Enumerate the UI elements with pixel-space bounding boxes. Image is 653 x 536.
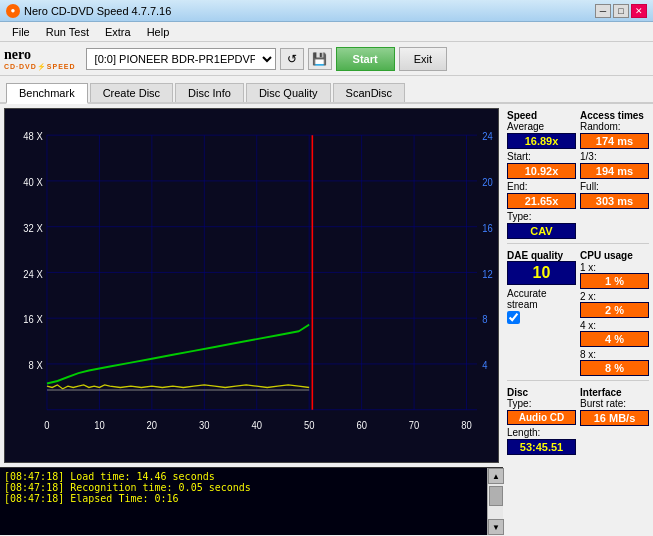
access-title: Access times bbox=[580, 110, 649, 121]
access-random-label: Random: bbox=[580, 121, 649, 132]
disc-type-label: Type: bbox=[507, 398, 576, 409]
cpu-8x-label: 8 x: bbox=[580, 349, 596, 360]
app-icon: ● bbox=[6, 4, 20, 18]
cpu-4x-label: 4 x: bbox=[580, 320, 596, 331]
chart-area: 48 X 40 X 32 X 24 X 16 X 8 X 24 20 16 12… bbox=[4, 108, 499, 463]
svg-text:20: 20 bbox=[482, 175, 493, 188]
cpu-section: CPU usage 1 x: 1 % 2 x: 2 % 4 x: 4 % 8 x… bbox=[580, 248, 649, 376]
save-button[interactable]: 💾 bbox=[308, 48, 332, 70]
access-onethird-label: 1/3: bbox=[580, 151, 649, 162]
chart-svg: 48 X 40 X 32 X 24 X 16 X 8 X 24 20 16 12… bbox=[5, 109, 498, 462]
disc-title: Disc bbox=[507, 387, 576, 398]
access-section: Access times Random: 174 ms 1/3: 194 ms … bbox=[580, 108, 649, 239]
menu-extra[interactable]: Extra bbox=[97, 24, 139, 40]
cpu-1x-value: 1 % bbox=[580, 273, 649, 289]
log-text-3: Elapsed Time: 0:16 bbox=[70, 493, 178, 504]
log-content: [08:47:18] Load time: 14.46 seconds [08:… bbox=[0, 468, 487, 535]
disc-length-label: Length: bbox=[507, 427, 576, 438]
refresh-button[interactable]: ↺ bbox=[280, 48, 304, 70]
svg-text:4: 4 bbox=[482, 358, 487, 371]
svg-text:30: 30 bbox=[199, 418, 210, 431]
svg-rect-0 bbox=[5, 109, 498, 462]
speed-average-value: 16.89x bbox=[507, 133, 576, 149]
scroll-track[interactable] bbox=[488, 484, 503, 519]
svg-text:16 X: 16 X bbox=[23, 312, 42, 325]
disc-section: Disc Type: Audio CD Length: 53:45.51 bbox=[507, 385, 576, 455]
cpu-4x-value: 4 % bbox=[580, 331, 649, 347]
svg-text:80: 80 bbox=[461, 418, 472, 431]
svg-text:12: 12 bbox=[482, 267, 493, 280]
menu-help[interactable]: Help bbox=[139, 24, 178, 40]
disc-type-value: Audio CD bbox=[507, 410, 576, 425]
tab-disc-quality[interactable]: Disc Quality bbox=[246, 83, 331, 102]
speed-type-row: Type: CAV bbox=[507, 211, 576, 239]
accurate-stream-label: Accurate stream bbox=[507, 288, 576, 310]
speed-access-row: Speed Average 16.89x Start: 10.92x End: … bbox=[507, 108, 649, 239]
log-time-2: [08:47:18] bbox=[4, 482, 70, 493]
title-bar-left: ● Nero CD-DVD Speed 4.7.7.16 bbox=[6, 4, 171, 18]
svg-text:32 X: 32 X bbox=[23, 221, 42, 234]
interface-title: Interface bbox=[580, 387, 649, 398]
log-time-3: [08:47:18] bbox=[4, 493, 70, 504]
menu-run-test[interactable]: Run Test bbox=[38, 24, 97, 40]
accurate-stream-row: Accurate stream bbox=[507, 288, 576, 324]
access-full-label: Full: bbox=[580, 181, 649, 192]
speed-start-value: 10.92x bbox=[507, 163, 576, 179]
access-full-value: 303 ms bbox=[580, 193, 649, 209]
exit-button[interactable]: Exit bbox=[399, 47, 447, 71]
interface-section: Interface Burst rate: 16 MB/s bbox=[580, 385, 649, 455]
nero-logo: nero CD·DVD⚡SPEED bbox=[4, 47, 76, 71]
scroll-down-button[interactable]: ▼ bbox=[488, 519, 504, 535]
svg-text:24 X: 24 X bbox=[23, 267, 42, 280]
title-bar-buttons: ─ □ ✕ bbox=[595, 4, 647, 18]
menu-file[interactable]: File bbox=[4, 24, 38, 40]
cpu-4x-row: 4 x: 4 % bbox=[580, 319, 649, 347]
speed-type-label: Type: bbox=[507, 211, 576, 222]
scroll-up-button[interactable]: ▲ bbox=[488, 468, 504, 484]
cpu-8x-row: 8 x: 8 % bbox=[580, 348, 649, 376]
log-text-1: Load time: 14.46 seconds bbox=[70, 471, 215, 482]
drive-selector[interactable]: [0:0] PIONEER BDR-PR1EPDVPP100 1.01 bbox=[86, 48, 276, 70]
tab-scandisc[interactable]: ScanDisc bbox=[333, 83, 405, 102]
speed-section: Speed Average 16.89x Start: 10.92x End: … bbox=[507, 108, 576, 239]
speed-start-label: Start: bbox=[507, 151, 576, 162]
svg-text:8: 8 bbox=[482, 312, 487, 325]
minimize-button[interactable]: ─ bbox=[595, 4, 611, 18]
disc-interface-row: Disc Type: Audio CD Length: 53:45.51 Int… bbox=[507, 385, 649, 455]
svg-text:40: 40 bbox=[251, 418, 262, 431]
log-line-2: [08:47:18] Recognition time: 0.05 second… bbox=[4, 482, 483, 493]
svg-text:60: 60 bbox=[356, 418, 367, 431]
restore-button[interactable]: □ bbox=[613, 4, 629, 18]
log-line-3: [08:47:18] Elapsed Time: 0:16 bbox=[4, 493, 483, 504]
close-button[interactable]: ✕ bbox=[631, 4, 647, 18]
start-button[interactable]: Start bbox=[336, 47, 395, 71]
svg-text:20: 20 bbox=[147, 418, 158, 431]
log-scrollbar: ▲ ▼ bbox=[487, 468, 503, 535]
interface-burst-value: 16 MB/s bbox=[580, 410, 649, 426]
tabs-bar: Benchmark Create Disc Disc Info Disc Qua… bbox=[0, 76, 653, 104]
speed-end-row: End: 21.65x bbox=[507, 181, 576, 209]
log-line-1: [08:47:18] Load time: 14.46 seconds bbox=[4, 471, 483, 482]
tab-benchmark[interactable]: Benchmark bbox=[6, 83, 88, 104]
main-content: 48 X 40 X 32 X 24 X 16 X 8 X 24 20 16 12… bbox=[0, 104, 653, 535]
cpu-1x-row: 1 x: 1 % bbox=[580, 261, 649, 289]
dae-title: DAE quality bbox=[507, 250, 576, 261]
cpu-1x-label: 1 x: bbox=[580, 262, 596, 273]
interface-burst-label: Burst rate: bbox=[580, 398, 649, 409]
nero-brand: nero bbox=[4, 47, 76, 63]
scroll-thumb[interactable] bbox=[489, 486, 503, 506]
toolbar: nero CD·DVD⚡SPEED [0:0] PIONEER BDR-PR1E… bbox=[0, 42, 653, 76]
dae-section: DAE quality 10 Accurate stream bbox=[507, 248, 576, 376]
accurate-checkbox-wrapper bbox=[507, 311, 576, 324]
cpu-2x-row: 2 x: 2 % bbox=[580, 290, 649, 318]
tab-disc-info[interactable]: Disc Info bbox=[175, 83, 244, 102]
cpu-2x-label: 2 x: bbox=[580, 291, 596, 302]
access-onethird-value: 194 ms bbox=[580, 163, 649, 179]
speed-end-label: End: bbox=[507, 181, 576, 192]
log-area: [08:47:18] Load time: 14.46 seconds [08:… bbox=[0, 467, 503, 535]
speed-end-value: 21.65x bbox=[507, 193, 576, 209]
tab-create-disc[interactable]: Create Disc bbox=[90, 83, 173, 102]
log-text-2: Recognition time: 0.05 seconds bbox=[70, 482, 251, 493]
speed-title: Speed bbox=[507, 110, 576, 121]
accurate-stream-checkbox[interactable] bbox=[507, 311, 520, 324]
